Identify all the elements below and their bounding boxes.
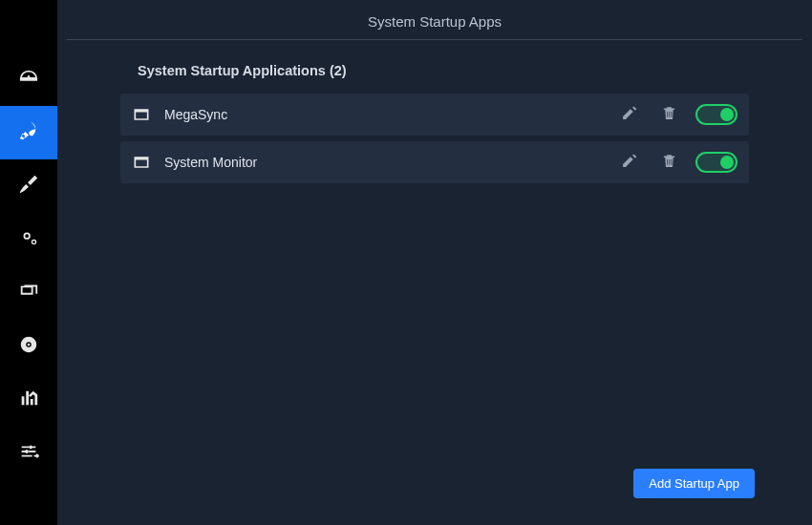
gauge-icon xyxy=(18,67,39,92)
delete-button[interactable] xyxy=(655,149,682,176)
window-icon xyxy=(132,105,151,124)
enable-toggle[interactable] xyxy=(695,104,737,125)
app-name-label: System Monitor xyxy=(164,155,602,170)
chart-icon xyxy=(18,388,39,412)
main-content: System Startup Apps System Startup Appli… xyxy=(57,0,812,525)
toggle-knob xyxy=(720,156,734,169)
sidebar-item-resources[interactable] xyxy=(0,373,57,427)
enable-toggle[interactable] xyxy=(695,152,737,173)
sidebar-item-startup[interactable] xyxy=(0,106,57,159)
section-title: System Startup Applications (2) xyxy=(67,63,802,78)
window-icon xyxy=(132,153,151,172)
sidebar-item-cleaner[interactable] xyxy=(0,159,57,213)
sidebar xyxy=(0,0,57,525)
sidebar-item-processes[interactable] xyxy=(0,266,57,320)
sidebar-item-settings[interactable] xyxy=(0,427,57,480)
pencil-icon xyxy=(621,153,637,173)
disk-icon xyxy=(18,334,39,359)
window-stack-icon xyxy=(18,281,39,305)
page-title: System Startup Apps xyxy=(67,10,802,39)
app-name-label: MegaSync xyxy=(164,107,602,122)
sidebar-item-dashboard[interactable] xyxy=(0,52,57,106)
gears-icon xyxy=(18,227,39,252)
app-row[interactable]: MegaSync xyxy=(120,94,749,136)
broom-icon xyxy=(18,174,39,199)
edit-button[interactable] xyxy=(615,149,642,176)
sidebar-item-packages[interactable] xyxy=(0,320,57,373)
divider xyxy=(67,39,802,40)
rocket-icon xyxy=(18,120,39,145)
sliders-icon xyxy=(18,441,39,466)
trash-icon xyxy=(661,105,677,125)
add-startup-app-button[interactable]: Add Startup App xyxy=(633,469,755,498)
delete-button[interactable] xyxy=(655,101,682,128)
edit-button[interactable] xyxy=(615,101,642,128)
app-row[interactable]: System Monitor xyxy=(120,141,749,183)
app-list: MegaSync System Monitor xyxy=(67,94,802,183)
toggle-knob xyxy=(720,108,734,121)
pencil-icon xyxy=(621,105,637,125)
sidebar-item-services[interactable] xyxy=(0,213,57,266)
trash-icon xyxy=(661,153,677,173)
